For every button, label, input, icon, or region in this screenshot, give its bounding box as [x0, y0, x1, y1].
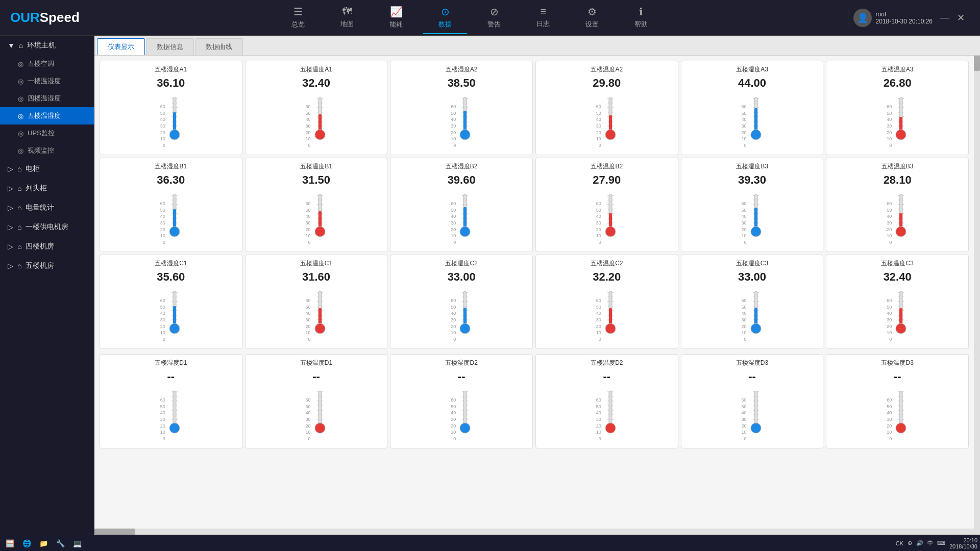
thermometer — [603, 286, 618, 344]
nav-overview[interactable]: ☰ 总览 — [276, 2, 320, 34]
logo-our: OUR — [10, 10, 40, 25]
gauge-label: 五楼温度D1 — [250, 359, 383, 367]
home-icon: ⌂ — [17, 223, 21, 231]
system-icon2: 🔊 — [916, 540, 923, 546]
home-icon: ⌂ — [17, 262, 21, 270]
svg-rect-1 — [173, 112, 176, 131]
svg-point-206 — [169, 323, 180, 334]
svg-point-53 — [605, 130, 616, 140]
gauge-card: 五楼温度B1 31.50 6050403020100 — [245, 158, 388, 252]
taskbar-ie[interactable]: 🌐 — [19, 537, 34, 549]
tab-data-curve[interactable]: 数据曲线 — [195, 38, 243, 55]
sidebar-group-room4[interactable]: ▷ ⌂ 四楼机房 — [0, 237, 94, 256]
sidebar-group-env-label: 环境主机 — [27, 41, 56, 50]
gauge-value: 36.10 — [157, 77, 185, 90]
gauge-card: 五楼湿度C3 33.00 6050403020100 — [681, 255, 824, 349]
gauge-card: 五楼温度B3 28.10 6050403020100 — [826, 158, 969, 252]
sidebar-item-ups[interactable]: ◎ UPS监控 — [0, 124, 94, 142]
gauges-grid-row4: 五楼湿度D1 -- 6050403020100 五楼 — [97, 352, 971, 451]
sidebar-item-video[interactable]: ◎ 视频监控 — [0, 142, 94, 159]
avatar: 👤 — [853, 9, 872, 27]
sidebar-group-rack[interactable]: ▷ ⌂ 列头柜 — [0, 179, 94, 198]
gauge-value: 44.00 — [738, 77, 766, 90]
hscroll-thumb[interactable] — [94, 529, 135, 535]
horizontal-scrollbar[interactable] — [94, 529, 980, 535]
gauge-label: 五楼湿度C2 — [395, 259, 528, 268]
logo: OURSpeed — [5, 10, 97, 26]
gauge-card: 五楼湿度D2 -- 6050403020100 — [390, 354, 533, 448]
sidebar-item-temp4[interactable]: ◎ 四楼温湿度 — [0, 90, 94, 107]
svg-point-19 — [315, 130, 325, 140]
system-ck: CK — [896, 540, 903, 546]
close-button[interactable]: ✕ — [957, 12, 965, 23]
thermometer — [749, 92, 763, 151]
nav-help[interactable]: ℹ 帮助 — [619, 2, 663, 34]
nav-alert[interactable]: ⊘ 警告 — [472, 2, 516, 34]
sidebar-item-ac5[interactable]: ◎ 五楼空调 — [0, 55, 94, 72]
tab-data-info[interactable]: 数据信息 — [146, 38, 194, 55]
sidebar-group-elec[interactable]: ▷ ⌂ 电柜 — [0, 159, 94, 179]
sidebar-group-env[interactable]: ▼ ⌂ 环境主机 — [0, 36, 94, 55]
gauge-label: 五楼温度D3 — [830, 359, 964, 367]
circle-icon: ◎ — [18, 78, 23, 85]
svg-rect-222 — [318, 308, 322, 324]
sidebar-group-estats[interactable]: ▷ ⌂ 电量统计 — [0, 198, 94, 217]
sidebar-group-room5[interactable]: ▷ ⌂ 五楼机房 — [0, 256, 94, 276]
alert-icon: ⊘ — [490, 6, 499, 18]
sidebar-ups-label: UPS监控 — [28, 129, 55, 138]
taskbar-explorer[interactable]: 📁 — [36, 537, 51, 549]
data-icon: ⊙ — [441, 6, 450, 18]
gauge-card: 五楼温度B2 27.90 6050403020100 — [535, 158, 678, 252]
arrow-right-icon: ▷ — [8, 262, 13, 270]
gauge-card: 五楼湿度D1 -- 6050403020100 — [100, 354, 242, 448]
sidebar-temp4-label: 四楼温湿度 — [28, 94, 61, 103]
thermometer — [603, 92, 618, 151]
gauge-label: 五楼温度A1 — [250, 65, 383, 74]
date-display: 2018/10/30 — [949, 543, 977, 549]
thermometer — [313, 386, 327, 444]
svg-point-121 — [315, 227, 325, 237]
gauge-card: 五楼湿度A3 44.00 6050403020100 — [681, 61, 824, 155]
svg-rect-290 — [899, 308, 902, 324]
sidebar-item-temp1[interactable]: ◎ 一楼温湿度 — [0, 72, 94, 90]
taskbar-terminal[interactable]: 💻 — [70, 537, 84, 549]
svg-rect-137 — [463, 207, 467, 228]
tab-display[interactable]: 仪表显示 — [97, 38, 145, 55]
settings-icon: ⚙ — [587, 6, 597, 18]
nav-settings[interactable]: ⚙ 设置 — [570, 2, 614, 34]
thermometer — [749, 189, 763, 247]
circle-icon: ◎ — [18, 112, 23, 120]
svg-point-376 — [751, 423, 761, 433]
gauge-label: 五楼湿度D3 — [685, 359, 819, 367]
gauge-value: 39.60 — [448, 173, 476, 187]
thermometer — [458, 189, 472, 247]
nav-log[interactable]: ≡ 日志 — [521, 2, 565, 34]
nav-energy[interactable]: 📈 能耗 — [374, 2, 418, 34]
nav-overview-label: 总览 — [291, 20, 305, 29]
arrow-right-icon: ▷ — [8, 223, 13, 231]
content: 仪表显示 数据信息 数据曲线 五楼湿度A1 36.10 605040302010… — [94, 36, 980, 535]
gauge-card: 五楼湿度C1 35.60 6050403020100 — [100, 255, 242, 349]
sidebar-item-temp5[interactable]: ◎ 五楼温湿度 — [0, 107, 94, 124]
taskbar-tool[interactable]: 🔧 — [53, 537, 67, 549]
sidebar-group-room1[interactable]: ▷ ⌂ 一楼供电机房 — [0, 217, 94, 237]
taskbar-start[interactable]: 🪟 — [3, 537, 17, 549]
gauge-card: 五楼温度A1 32.40 6050403020100 — [245, 61, 388, 155]
gauge-value: 26.80 — [884, 77, 912, 90]
thermometer — [313, 92, 327, 151]
nav-data[interactable]: ⊙ 数据 — [423, 2, 467, 34]
sidebar-room4-label: 四楼机房 — [26, 242, 54, 251]
minimize-button[interactable]: — — [940, 12, 949, 23]
svg-point-223 — [315, 323, 325, 334]
svg-point-325 — [315, 423, 325, 433]
nav-map[interactable]: 🗺 地图 — [325, 2, 369, 34]
vertical-scrollbar[interactable] — [974, 56, 980, 529]
scroll-thumb[interactable] — [974, 56, 980, 71]
nav-settings-label: 设置 — [585, 20, 599, 29]
circle-icon: ◎ — [18, 60, 23, 68]
home-icon: ⌂ — [19, 41, 23, 49]
sidebar-temp5-label: 五楼温湿度 — [28, 111, 61, 120]
circle-icon: ◎ — [18, 95, 23, 103]
nav-log-label: 日志 — [536, 19, 550, 29]
gauge-label: 五楼湿度D2 — [395, 359, 528, 367]
